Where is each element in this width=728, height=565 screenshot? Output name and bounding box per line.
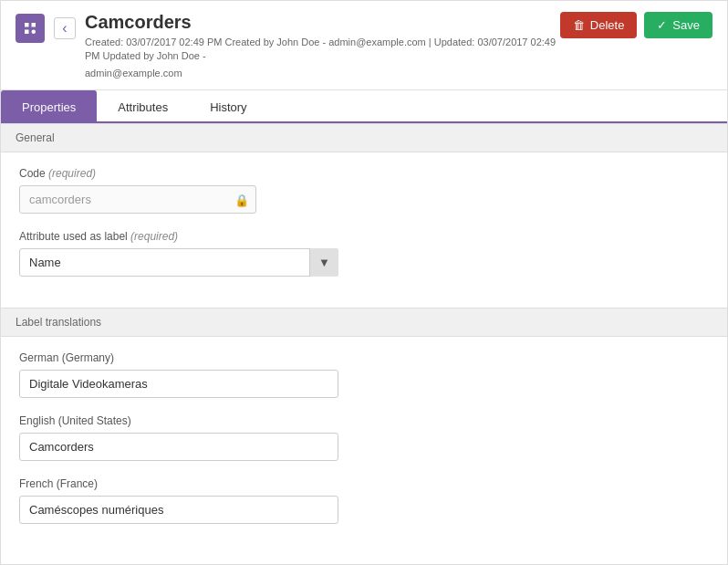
translation-en-label: English (United States) [19,414,709,427]
tab-content: General Code (required) 🔒 Attribute used… [1,123,727,555]
code-label: Code (required) [19,167,709,180]
attribute-select-wrapper: Name Code Description ▼ [19,248,338,277]
trash-icon: 🗑 [573,18,585,32]
code-field-group: Code (required) 🔒 [19,167,709,214]
translation-de-label: German (Germany) [19,351,709,364]
meta-line2: admin@example.com [85,67,560,80]
translation-de-input[interactable] [19,370,338,398]
category-icon [16,14,45,43]
code-input[interactable] [19,185,256,214]
translation-fr-input[interactable] [19,496,338,524]
lock-icon: 🔒 [234,193,249,206]
tab-properties[interactable]: Properties [1,90,97,123]
attribute-select[interactable]: Name Code Description [19,248,338,277]
translations-form: German (Germany) English (United States)… [1,337,727,555]
translations-section-header: Label translations [1,308,727,337]
tab-attributes[interactable]: Attributes [97,90,189,123]
translation-fr-label: French (France) [19,477,709,490]
back-button[interactable]: ‹ [54,17,76,39]
tab-history[interactable]: History [189,90,267,123]
code-input-wrapper: 🔒 [19,185,256,214]
attribute-label: Attribute used as label (required) [19,230,709,243]
general-section-header: General [1,123,727,152]
page-title: Camcorders [85,12,560,33]
delete-button[interactable]: 🗑 Delete [560,12,638,38]
meta-line1: Created: 03/07/2017 02:49 PM Created by … [85,36,560,64]
translation-de-group: German (Germany) [19,351,709,398]
translation-fr-group: French (France) [19,477,709,524]
translation-en-group: English (United States) [19,414,709,461]
tab-bar: Properties Attributes History [1,90,727,123]
save-button[interactable]: ✓ Save [644,12,712,38]
attribute-label-group: Attribute used as label (required) Name … [19,230,709,277]
check-icon: ✓ [657,18,667,32]
translation-en-input[interactable] [19,433,338,461]
general-form: Code (required) 🔒 Attribute used as labe… [1,152,727,308]
